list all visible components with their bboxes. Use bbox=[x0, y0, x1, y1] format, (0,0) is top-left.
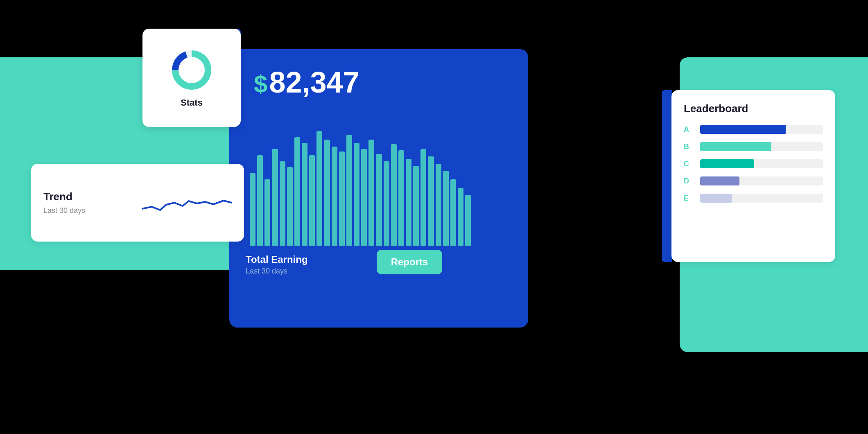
leaderboard-row: D bbox=[684, 176, 823, 185]
lb-bar-fill bbox=[700, 125, 786, 134]
bar-item bbox=[287, 167, 293, 246]
bar-item bbox=[376, 154, 382, 246]
lb-bar-container bbox=[700, 125, 823, 134]
trend-text-section: Trend Last 30 days bbox=[43, 190, 138, 215]
bar-item bbox=[443, 171, 449, 246]
trend-chart bbox=[138, 186, 232, 219]
lb-bar-container bbox=[700, 159, 823, 168]
bar-item bbox=[309, 155, 315, 246]
bar-item bbox=[346, 135, 352, 246]
lb-bar-container bbox=[700, 142, 823, 151]
stats-label: Stats bbox=[181, 97, 203, 108]
total-earning-title: Total Earning bbox=[246, 254, 308, 265]
leaderboard-accent-bar bbox=[662, 90, 672, 262]
lb-bar-fill bbox=[700, 142, 771, 151]
bar-chart bbox=[246, 119, 475, 246]
leaderboard-row: E bbox=[684, 194, 823, 203]
bar-item bbox=[406, 159, 411, 246]
amount-value: $82,347 bbox=[254, 66, 359, 99]
trend-wave bbox=[142, 186, 232, 219]
bar-item bbox=[465, 195, 471, 246]
lb-row-label: D bbox=[684, 177, 694, 185]
donut-chart bbox=[169, 47, 214, 93]
lb-bar-fill bbox=[700, 159, 754, 168]
bar-item bbox=[384, 161, 389, 246]
bar-item bbox=[361, 149, 367, 246]
leaderboard-card: Leaderboard ABCDE bbox=[671, 90, 835, 262]
leaderboard-rows: ABCDE bbox=[684, 125, 823, 203]
bar-item bbox=[428, 156, 434, 246]
bar-item bbox=[250, 173, 255, 246]
bar-item bbox=[458, 188, 463, 246]
bar-item bbox=[391, 144, 397, 246]
bar-item bbox=[398, 150, 404, 246]
bar-item bbox=[302, 143, 307, 246]
lb-row-label: E bbox=[684, 194, 694, 203]
leaderboard-row: B bbox=[684, 142, 823, 151]
lb-row-label: A bbox=[684, 125, 694, 134]
lb-bar-fill bbox=[700, 194, 732, 203]
bar-item bbox=[450, 179, 456, 246]
bar-item bbox=[272, 149, 278, 246]
amount-display: $82,347 bbox=[254, 66, 359, 99]
bar-item bbox=[354, 143, 359, 246]
bar-item bbox=[436, 164, 441, 246]
trend-subtitle: Last 30 days bbox=[43, 206, 138, 215]
bar-item bbox=[420, 149, 426, 246]
trend-title: Trend bbox=[43, 190, 138, 203]
trend-card: Trend Last 30 days bbox=[31, 164, 244, 242]
lb-row-label: C bbox=[684, 160, 694, 168]
svg-point-3 bbox=[180, 59, 203, 81]
bar-item bbox=[264, 179, 270, 246]
bar-item bbox=[280, 161, 285, 246]
bar-item bbox=[368, 140, 374, 246]
lb-bar-container bbox=[700, 194, 823, 203]
leaderboard-row: A bbox=[684, 125, 823, 134]
bar-item bbox=[339, 151, 345, 246]
bar-item bbox=[316, 131, 322, 246]
bar-item bbox=[324, 140, 330, 246]
total-earning-subtitle: Last 30 days bbox=[246, 267, 308, 276]
lb-row-label: B bbox=[684, 142, 694, 151]
total-earning-section: Total Earning Last 30 days bbox=[246, 254, 308, 276]
dollar-sign: $ bbox=[254, 70, 267, 98]
lb-bar-container bbox=[700, 176, 823, 185]
stats-card: Stats bbox=[142, 29, 241, 127]
dashboard-scene: Stats Trend Last 30 days $82,347 Total E… bbox=[0, 0, 868, 434]
leaderboard-title: Leaderboard bbox=[684, 102, 823, 115]
leaderboard-row: C bbox=[684, 159, 823, 168]
bar-item bbox=[413, 166, 419, 246]
lb-bar-fill bbox=[700, 176, 739, 185]
bar-item bbox=[332, 147, 337, 246]
bar-item bbox=[294, 137, 300, 246]
bar-item bbox=[257, 155, 263, 246]
reports-button[interactable]: Reports bbox=[377, 250, 442, 274]
reports-button-label: Reports bbox=[391, 256, 428, 268]
